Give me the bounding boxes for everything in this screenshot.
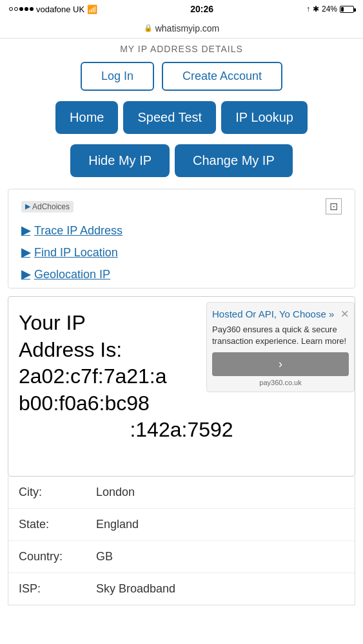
info-row-city: City: London (8, 477, 355, 509)
battery-fill (341, 7, 344, 12)
isp-value: Sky Broadband (96, 582, 175, 596)
ad-header-text: Hosted Or API, Yo Choose » (212, 308, 334, 319)
signal-dot-5 (30, 7, 34, 11)
ad-domain-label: pay360.co.uk (212, 379, 349, 386)
city-value: London (96, 486, 135, 499)
ad-cta-button[interactable]: › (212, 352, 349, 376)
create-account-button[interactable]: Create Account (162, 62, 282, 91)
signal-dot-2 (14, 7, 18, 11)
ip-lookup-button[interactable]: IP Lookup (221, 101, 308, 134)
geo-ip-link[interactable]: ▶ Geolocation IP (21, 263, 342, 285)
find-ip-label: Find IP Location (34, 246, 118, 260)
country-value: GB (96, 550, 113, 564)
info-row-isp: ISP: Sky Broadband (8, 573, 355, 605)
ip-address-part2: b00:f0a6:bc98 (19, 390, 344, 417)
nav-buttons: Home Speed Test IP Lookup (0, 96, 363, 139)
ip-box: Your IP Address Is: 2a02:c7f:7a21:a b00:… (8, 296, 355, 477)
battery-icon (340, 6, 354, 13)
find-ip-link[interactable]: ▶ Find IP Location (21, 242, 342, 263)
ad-header-line1: Hosted Or API, Yo (212, 308, 290, 319)
ad-body-text: Pay360 ensures a quick & secure transact… (212, 324, 349, 347)
status-time: 20:26 (190, 4, 213, 14)
signal-dot-4 (25, 7, 28, 11)
city-label: City: (19, 486, 96, 499)
trace-ip-link[interactable]: ▶ Trace IP Address (21, 220, 342, 242)
country-label: Country: (19, 550, 96, 564)
signal-dots (9, 7, 34, 11)
expand-icon[interactable]: ⊡ (326, 198, 342, 214)
signal-dot-1 (9, 7, 13, 11)
signal-dot-3 (19, 7, 23, 11)
page-title: MY IP ADDRESS DETAILS (0, 39, 363, 57)
state-label: State: (19, 518, 96, 531)
state-value: England (96, 518, 139, 531)
ip-address-part3: :142a:7592 (19, 417, 344, 444)
links-section: ▶ AdChoices ⊡ ▶ Trace IP Address ▶ Find … (8, 189, 355, 289)
speed-test-button[interactable]: Speed Test (123, 101, 216, 134)
battery-percent: 24% (322, 5, 337, 14)
isp-label: ISP: (19, 582, 96, 596)
arrow-icon-geo: ▶ (21, 267, 30, 281)
bluetooth-icon: ✱ (313, 5, 319, 14)
arrow-icon: ↑ (306, 5, 310, 14)
info-row-state: State: England (8, 509, 355, 541)
arrow-icon-find: ▶ (21, 245, 30, 260)
ad-close-button[interactable]: ✕ (340, 308, 349, 320)
nav-buttons-row2: Hide My IP Change My IP (0, 139, 363, 182)
main-content: MY IP ADDRESS DETAILS Log In Create Acco… (0, 39, 363, 644)
url-bar[interactable]: 🔒 whatismyip.com (0, 18, 363, 39)
home-button[interactable]: Home (55, 101, 118, 134)
auth-buttons: Log In Create Account (0, 57, 363, 96)
status-bar: vodafone UK 📶 20:26 ↑ ✱ 24% (0, 0, 363, 18)
lock-icon: 🔒 (144, 24, 153, 32)
geo-ip-label: Geolocation IP (34, 268, 110, 281)
status-right: ↑ ✱ 24% (306, 5, 354, 14)
login-button[interactable]: Log In (81, 62, 154, 91)
status-left: vodafone UK 📶 (9, 5, 97, 14)
info-row-country: Country: GB (8, 541, 355, 573)
url-text: whatismyip.com (155, 23, 220, 33)
hide-ip-button[interactable]: Hide My IP (70, 144, 170, 177)
adchoices-badge: ▶ AdChoices (21, 201, 74, 213)
adchoices-icon: ▶ (25, 202, 30, 211)
ad-header: Hosted Or API, Yo Choose » ✕ (212, 308, 349, 320)
info-table: City: London State: England Country: GB … (8, 477, 355, 605)
trace-ip-label: Trace IP Address (34, 224, 123, 238)
arrow-icon-trace: ▶ (21, 223, 30, 238)
adchoices-row: ▶ AdChoices ⊡ (21, 198, 342, 214)
ad-header-line2: Choose » (293, 308, 334, 319)
change-ip-button[interactable]: Change My IP (175, 144, 293, 177)
wifi-icon: 📶 (87, 5, 97, 14)
carrier-label: vodafone UK (36, 5, 84, 14)
ad-overlay: Hosted Or API, Yo Choose » ✕ Pay360 ensu… (206, 302, 355, 392)
adchoices-label: AdChoices (32, 202, 70, 211)
